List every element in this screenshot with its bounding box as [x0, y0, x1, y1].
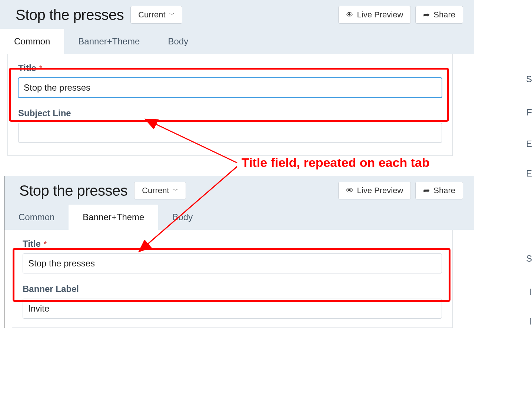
version-dropdown[interactable]: Current ﹀	[134, 182, 186, 199]
live-preview-label: Live Preview	[357, 186, 403, 195]
tab-common[interactable]: Common	[0, 29, 64, 54]
title-label: Title *	[23, 239, 442, 249]
tab-body[interactable]: Body	[154, 29, 202, 54]
live-preview-button[interactable]: Live Preview	[338, 182, 411, 199]
header-actions: Live Preview Share	[338, 6, 463, 24]
version-dropdown[interactable]: Current ﹀	[130, 6, 182, 24]
sidebar-stub: S	[526, 253, 532, 264]
sidebar-stub: E	[526, 139, 532, 149]
chevron-down-icon: ﹀	[173, 187, 178, 194]
eye-icon	[346, 186, 353, 195]
page-title: Stop the presses	[16, 7, 124, 23]
sidebar-stub: I	[529, 316, 532, 327]
share-icon	[423, 10, 430, 20]
title-label: Title *	[18, 63, 442, 73]
share-button[interactable]: Share	[415, 182, 463, 199]
share-label: Share	[433, 186, 455, 195]
form-area: Title * Subject Line	[7, 54, 453, 156]
tab-common[interactable]: Common	[4, 205, 69, 230]
live-preview-label: Live Preview	[357, 10, 403, 20]
field-banner-label: Banner Label	[23, 284, 442, 319]
tab-banner-theme[interactable]: Banner+Theme	[64, 29, 154, 54]
banner-label-label: Banner Label	[23, 284, 442, 294]
editor-view-common: Stop the presses Current ﹀ Live Preview …	[0, 0, 474, 156]
share-button[interactable]: Share	[415, 6, 463, 24]
annotation-text: Title field, repeated on each tab	[242, 155, 430, 170]
eye-icon	[346, 10, 353, 20]
tabs: Common Banner+Theme Body	[0, 29, 474, 54]
sidebar-stub: F	[526, 107, 532, 118]
page-title: Stop the presses	[19, 182, 127, 199]
subject-line-input[interactable]	[18, 123, 442, 143]
version-dropdown-label: Current	[138, 10, 165, 20]
share-icon	[423, 186, 430, 195]
sidebar-stub: E	[526, 168, 532, 179]
subject-line-label: Subject Line	[18, 108, 442, 118]
banner-label-input[interactable]	[23, 299, 442, 319]
tab-banner-theme[interactable]: Banner+Theme	[69, 205, 158, 230]
tab-body[interactable]: Body	[158, 205, 207, 230]
share-label: Share	[433, 10, 455, 20]
field-title: Title *	[23, 239, 442, 273]
header-actions: Live Preview Share	[338, 182, 463, 199]
chevron-down-icon: ﹀	[169, 11, 174, 18]
field-subject-line: Subject Line	[18, 108, 442, 143]
field-title: Title *	[18, 63, 442, 98]
header-bar: Stop the presses Current ﹀ Live Preview …	[4, 176, 474, 205]
sidebar-stub: I	[529, 287, 532, 297]
title-input[interactable]	[23, 253, 442, 273]
header-bar: Stop the presses Current ﹀ Live Preview …	[0, 0, 474, 29]
title-input[interactable]	[18, 78, 442, 98]
editor-view-banner: Stop the presses Current ﹀ Live Preview …	[4, 176, 474, 328]
form-area: Title * Banner Label	[12, 230, 453, 328]
required-icon: *	[44, 240, 47, 248]
tabs: Common Banner+Theme Body	[4, 205, 474, 230]
live-preview-button[interactable]: Live Preview	[338, 6, 411, 24]
required-icon: *	[39, 64, 42, 72]
sidebar-stub: S	[526, 74, 532, 84]
version-dropdown-label: Current	[142, 186, 169, 195]
